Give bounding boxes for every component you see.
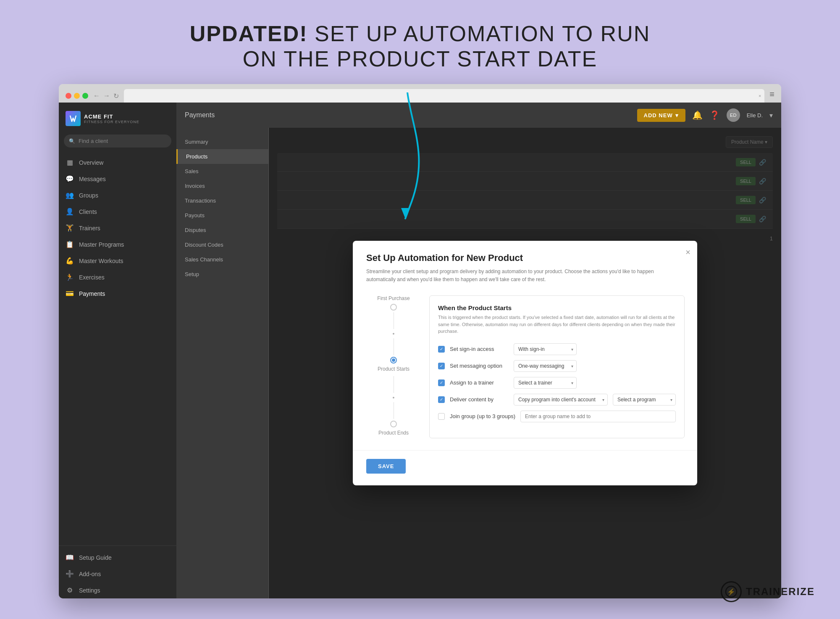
trainer-dropdown[interactable]: Select a trainer (514, 377, 577, 389)
close-dot[interactable] (66, 93, 71, 99)
messaging-dropdown[interactable]: One-way messaging (514, 360, 577, 372)
timeline-connector-1 (394, 312, 394, 329)
sidebar-item-label: Master Programs (79, 241, 124, 248)
search-bar[interactable]: 🔍 Find a client (64, 134, 171, 148)
check-icon: ✓ (440, 380, 443, 385)
search-icon: 🔍 (69, 138, 75, 144)
left-nav-summary[interactable]: Summary (176, 134, 268, 149)
timeline-radio-product-ends[interactable] (390, 421, 397, 427)
main-content: Payments ADD NEW ▾ 🔔 ❓ ED Elle D. ▾ (176, 103, 781, 598)
label-group: Join group (up to 3 groups) (450, 413, 515, 419)
left-nav-setup[interactable]: Setup (176, 267, 268, 282)
maximize-dot[interactable] (82, 93, 88, 99)
help-icon[interactable]: ❓ (709, 110, 720, 120)
dropdown-wrapper-signin: With sign-in (514, 343, 577, 355)
content-dropdown1[interactable]: Copy program into client's account (514, 394, 608, 406)
dropdown-wrapper-trainer: Select a trainer (514, 377, 577, 389)
separator-dot-1: ● (392, 332, 394, 336)
label-signin: Set sign-in access (450, 346, 509, 352)
left-nav-disputes[interactable]: Disputes (176, 223, 268, 237)
minimize-dot[interactable] (74, 93, 80, 99)
section-description: This is triggered when the product start… (438, 314, 676, 335)
sidebar-item-master-workouts[interactable]: 💪 Master Workouts (59, 253, 176, 269)
sidebar-item-label: Messages (79, 176, 106, 182)
automation-row-trainer: ✓ Assign to a trainer Select a trainer (438, 377, 676, 389)
sidebar-item-label: Exercises (79, 274, 105, 281)
sidebar-item-clients[interactable]: 👤 Clients (59, 203, 176, 220)
automation-section: When the Product Starts This is triggere… (429, 295, 685, 438)
add-new-button[interactable]: ADD NEW ▾ (637, 109, 685, 122)
tab-close[interactable]: × (759, 93, 761, 98)
dropdown-wrapper-messaging: One-way messaging (514, 360, 577, 372)
automation-row-signin: ✓ Set sign-in access With sign-in (438, 343, 676, 355)
exercises-icon: 🏃 (66, 273, 74, 281)
sidebar-item-settings[interactable]: ⚙ Settings (59, 582, 176, 598)
timeline-radio-first-purchase[interactable] (390, 304, 397, 311)
sidebar-item-label: Payments (79, 290, 105, 297)
sidebar-item-label: Settings (79, 587, 100, 594)
sidebar-item-groups[interactable]: 👥 Groups (59, 187, 176, 203)
forward-button[interactable]: → (103, 92, 110, 100)
refresh-button[interactable]: ↻ (113, 92, 119, 100)
left-nav-payouts[interactable]: Payouts (176, 208, 268, 223)
settings-icon: ⚙ (66, 586, 74, 594)
content-wrapper: Summary Products Sales Invoices Transact… (176, 128, 781, 598)
user-chevron-icon[interactable]: ▾ (769, 111, 773, 119)
left-nav-discount-codes[interactable]: Discount Codes (176, 237, 268, 252)
check-icon: ✓ (440, 363, 443, 368)
sidebar-item-overview[interactable]: ▦ Overview (59, 154, 176, 171)
messages-icon: 💬 (66, 175, 74, 183)
left-nav-sales-channels[interactable]: Sales Channels (176, 252, 268, 267)
topbar-title: Payments (185, 111, 215, 119)
modal-overlay: Set Up Automation for New Product Stream… (269, 128, 781, 598)
check-icon: ✓ (440, 397, 443, 402)
sidebar: ACME FIT FITNESS FOR EVERYONE 🔍 Find a c… (59, 103, 176, 598)
checkbox-group[interactable] (438, 413, 445, 420)
sidebar-item-messages[interactable]: 💬 Messages (59, 171, 176, 187)
modal-close-button[interactable]: × (685, 248, 690, 257)
label-content: Deliver content by (450, 396, 509, 403)
save-button[interactable]: SAVE (366, 459, 406, 474)
timeline-item-first-purchase: First Purchase (366, 295, 421, 311)
notification-icon[interactable]: 🔔 (692, 110, 703, 120)
left-nav-products[interactable]: Products (176, 149, 268, 164)
logo-icon (66, 111, 81, 126)
topbar-right: ADD NEW ▾ 🔔 ❓ ED Elle D. ▾ (637, 108, 773, 122)
search-placeholder: Find a client (79, 138, 108, 144)
chevron-down-icon: ▾ (675, 112, 679, 119)
left-nav-transactions[interactable]: Transactions (176, 193, 268, 208)
checkbox-messaging[interactable]: ✓ (438, 363, 445, 369)
browser-menu-icon[interactable]: ≡ (769, 90, 774, 103)
browser-nav: ← → ↻ (93, 92, 119, 100)
overview-icon: ▦ (66, 158, 74, 166)
automation-row-messaging: ✓ Set messaging option One-way messaging (438, 360, 676, 372)
group-input[interactable] (520, 411, 676, 422)
left-nav-invoices[interactable]: Invoices (176, 179, 268, 193)
sidebar-item-addons[interactable]: ➕ Add-ons (59, 566, 176, 582)
checkbox-content[interactable]: ✓ (438, 396, 445, 403)
sidebar-item-setup-guide[interactable]: 📖 Setup Guide (59, 549, 176, 566)
timeline-label-product-ends: Product Ends (378, 430, 409, 436)
back-button[interactable]: ← (93, 92, 100, 100)
checkbox-signin[interactable]: ✓ (438, 346, 445, 353)
address-bar[interactable]: × (124, 89, 764, 103)
checkbox-trainer[interactable]: ✓ (438, 379, 445, 386)
left-nav-sales[interactable]: Sales (176, 164, 268, 179)
sidebar-item-exercises[interactable]: 🏃 Exercises (59, 269, 176, 285)
signin-dropdown[interactable]: With sign-in (514, 343, 577, 355)
add-new-label: ADD NEW (644, 112, 673, 119)
browser-dots (66, 93, 88, 99)
sidebar-item-label: Setup Guide (79, 554, 112, 561)
sidebar-item-payments[interactable]: 💳 Payments (59, 285, 176, 302)
content-dropdown2[interactable]: Select a program (613, 394, 676, 406)
sidebar-item-label: Groups (79, 192, 98, 199)
timeline-radio-product-starts[interactable] (390, 357, 397, 363)
label-trainer: Assign to a trainer (450, 379, 509, 386)
modal-description: Streamline your client setup and program… (366, 268, 684, 284)
sidebar-item-master-programs[interactable]: 📋 Master Programs (59, 236, 176, 253)
timeline-item-product-starts: Product Starts (366, 357, 421, 374)
content-area: Product Name ▾ SELL 🔗 SELL 🔗 (269, 128, 781, 598)
avatar[interactable]: ED (727, 108, 740, 122)
sidebar-item-trainers[interactable]: 🏋 Trainers (59, 220, 176, 236)
header-bold: UPDATED! (190, 21, 308, 46)
